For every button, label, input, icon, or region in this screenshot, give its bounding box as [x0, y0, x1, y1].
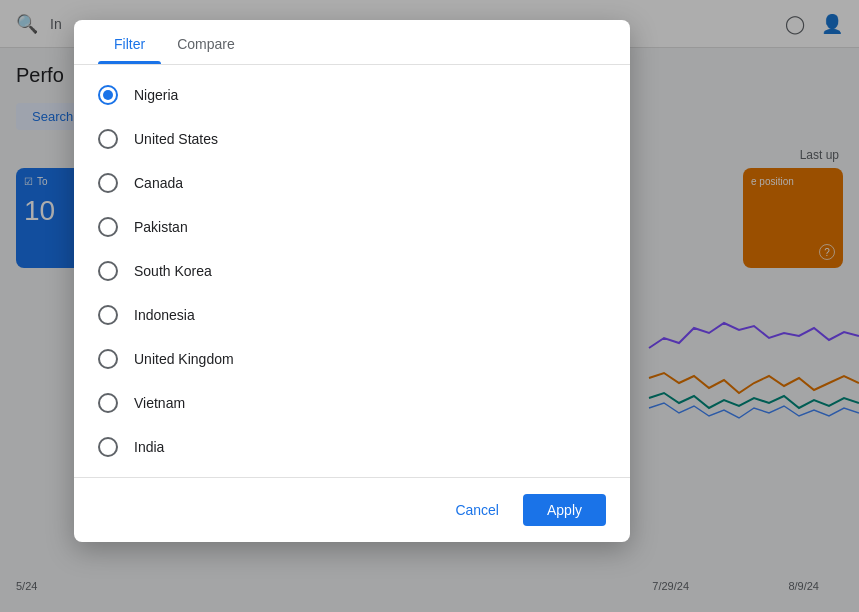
list-item[interactable]: Indonesia [98, 293, 606, 337]
country-label-pakistan: Pakistan [134, 219, 188, 235]
list-item[interactable]: United Kingdom [98, 337, 606, 381]
radio-india[interactable] [98, 437, 118, 457]
radio-vietnam[interactable] [98, 393, 118, 413]
country-label-nigeria: Nigeria [134, 87, 178, 103]
country-label-south-korea: South Korea [134, 263, 212, 279]
list-item[interactable]: India [98, 425, 606, 469]
country-label-indonesia: Indonesia [134, 307, 195, 323]
radio-canada[interactable] [98, 173, 118, 193]
list-item[interactable]: United States [98, 117, 606, 161]
radio-united-states[interactable] [98, 129, 118, 149]
country-label-vietnam: Vietnam [134, 395, 185, 411]
radio-pakistan[interactable] [98, 217, 118, 237]
modal-tab-bar: Filter Compare [74, 20, 630, 65]
list-item[interactable]: Vietnam [98, 381, 606, 425]
tab-filter[interactable]: Filter [98, 20, 161, 64]
radio-indonesia[interactable] [98, 305, 118, 325]
tab-compare[interactable]: Compare [161, 20, 251, 64]
country-label-canada: Canada [134, 175, 183, 191]
list-item[interactable]: Pakistan [98, 205, 606, 249]
filter-modal: Filter Compare Nigeria United States Can… [74, 20, 630, 542]
modal-body[interactable]: Nigeria United States Canada Pakistan So… [74, 65, 630, 477]
country-label-united-kingdom: United Kingdom [134, 351, 234, 367]
radio-united-kingdom[interactable] [98, 349, 118, 369]
country-label-india: India [134, 439, 164, 455]
apply-button[interactable]: Apply [523, 494, 606, 526]
list-item[interactable]: South Korea [98, 249, 606, 293]
cancel-button[interactable]: Cancel [439, 494, 515, 526]
list-item[interactable]: Nigeria [98, 73, 606, 117]
list-item[interactable]: Canada [98, 161, 606, 205]
radio-south-korea[interactable] [98, 261, 118, 281]
modal-footer: Cancel Apply [74, 477, 630, 542]
country-label-united-states: United States [134, 131, 218, 147]
radio-nigeria[interactable] [98, 85, 118, 105]
